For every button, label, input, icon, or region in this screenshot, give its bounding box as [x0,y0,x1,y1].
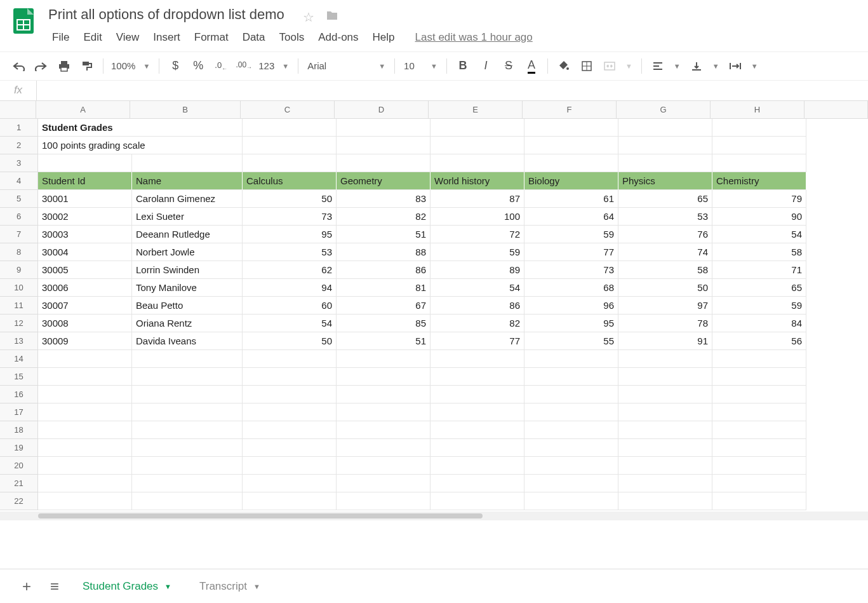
cell[interactable]: 96 [524,297,618,315]
cell[interactable] [243,350,337,368]
more-formats-dropdown-icon[interactable]: ▼ [278,62,293,70]
cell[interactable]: 54 [712,226,806,243]
cell[interactable]: 73 [524,261,618,279]
cell[interactable] [524,350,618,368]
row-header-17[interactable]: 17 [0,403,38,421]
row-header-16[interactable]: 16 [0,386,38,403]
move-folder-icon[interactable] [326,10,338,25]
row-header-10[interactable]: 10 [0,279,38,297]
cell[interactable]: 91 [618,332,712,350]
row-header-11[interactable]: 11 [0,297,38,315]
strikethrough-icon[interactable]: S [498,56,519,76]
cell[interactable]: 30005 [38,261,132,279]
cell[interactable]: 79 [712,190,806,208]
menu-file[interactable]: File [46,27,76,48]
document-title[interactable]: Print all options of dropdown list demo [46,5,287,24]
cell[interactable]: Student Id [38,172,132,190]
cell[interactable]: 95 [524,315,618,332]
cell[interactable] [431,457,524,475]
cell[interactable]: 84 [712,315,806,332]
row-header-4[interactable]: 4 [0,172,38,190]
cell[interactable]: Chemistry [712,172,806,190]
cell[interactable] [337,154,431,172]
cell[interactable] [618,137,712,154]
cell[interactable] [524,368,618,386]
cell[interactable] [524,137,618,154]
cell[interactable] [243,119,337,137]
row-header-15[interactable]: 15 [0,368,38,386]
cell[interactable] [524,403,618,421]
cell[interactable] [337,350,431,368]
cell[interactable]: 100 [431,208,524,226]
cell[interactable]: 71 [712,261,806,279]
undo-icon[interactable] [8,56,29,76]
menu-help[interactable]: Help [366,27,401,48]
cell[interactable]: 83 [337,190,431,208]
cell[interactable]: 68 [524,279,618,297]
row-header-19[interactable]: 19 [0,439,38,457]
cell[interactable] [243,368,337,386]
cell[interactable]: 77 [524,243,618,261]
cell[interactable] [132,475,243,492]
cell[interactable]: 97 [618,297,712,315]
font-size-dropdown-icon[interactable]: ▼ [427,62,441,70]
menu-data[interactable]: Data [236,27,272,48]
cell[interactable] [431,492,524,510]
cell[interactable] [337,421,431,439]
cell[interactable]: 54 [243,315,337,332]
row-header-13[interactable]: 13 [0,332,38,350]
cell[interactable]: Oriana Rentz [132,315,243,332]
horizontal-align-icon[interactable] [647,56,669,76]
cell[interactable]: 87 [431,190,524,208]
cell[interactable]: 94 [243,279,337,297]
menu-tools[interactable]: Tools [273,27,311,48]
cell[interactable]: 85 [337,315,431,332]
cell[interactable]: 77 [431,332,524,350]
cell[interactable] [132,386,243,403]
cell[interactable]: 30004 [38,243,132,261]
sheets-logo[interactable] [8,5,39,37]
cell[interactable] [337,137,431,154]
cell[interactable] [431,421,524,439]
cell[interactable] [243,439,337,457]
row-header-12[interactable]: 12 [0,315,38,332]
cell[interactable] [243,154,337,172]
cell[interactable] [38,492,132,510]
sheet-tab-caret-icon[interactable]: ▼ [164,583,171,590]
row-header-2[interactable]: 2 [0,137,38,154]
cell[interactable]: 65 [618,190,712,208]
cell[interactable] [431,137,524,154]
bold-icon[interactable]: B [452,56,474,76]
cell[interactable]: 62 [243,261,337,279]
column-header-a[interactable]: A [36,101,130,119]
wrap-dropdown-icon[interactable]: ▼ [747,62,762,70]
cell[interactable] [712,403,806,421]
cell[interactable] [618,119,712,137]
cell[interactable] [431,350,524,368]
cell[interactable]: Lorrin Swinden [132,261,243,279]
cell[interactable]: Lexi Sueter [132,208,243,226]
column-header-g[interactable]: G [617,101,711,119]
row-header-21[interactable]: 21 [0,475,38,492]
menu-insert[interactable]: Insert [147,27,187,48]
zoom-value[interactable]: 100% [109,60,138,71]
cell[interactable] [132,154,243,172]
cell[interactable] [132,350,243,368]
vertical-align-icon[interactable] [686,56,707,76]
cell[interactable] [337,368,431,386]
cell[interactable] [243,137,337,154]
cell[interactable]: 30009 [38,332,132,350]
cell[interactable]: 58 [712,243,806,261]
row-header-9[interactable]: 9 [0,261,38,279]
cell[interactable] [618,403,712,421]
cell[interactable]: Tony Manilove [132,279,243,297]
cell[interactable] [38,457,132,475]
fill-color-icon[interactable] [553,56,575,76]
cell[interactable]: 86 [337,261,431,279]
hscroll-thumb[interactable] [38,513,483,518]
cell[interactable] [337,119,431,137]
sheet-tab-caret-icon[interactable]: ▼ [253,583,260,590]
cell[interactable] [618,154,712,172]
cell[interactable]: 86 [431,297,524,315]
column-header-e[interactable]: E [429,101,523,119]
